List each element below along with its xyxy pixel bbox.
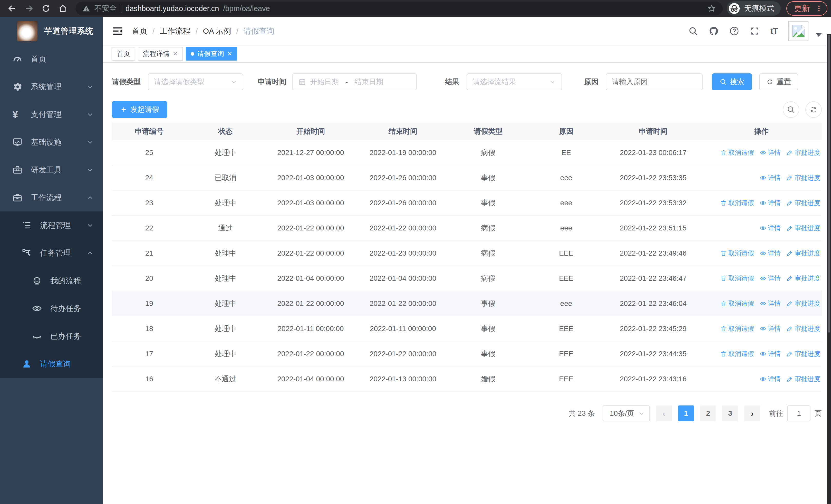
refresh-table-button[interactable] [805, 101, 822, 118]
browser-forward-button[interactable] [21, 1, 37, 16]
cancel-action-link[interactable]: 取消请假 [720, 199, 754, 207]
breadcrumb-item[interactable]: OA 示例 [203, 26, 231, 36]
progress-action-link[interactable]: 审批进度 [786, 274, 820, 283]
font-size-icon[interactable]: tT [770, 26, 778, 36]
cell-end: 2022-01-04 00:00:00 [357, 274, 449, 283]
page-scrollbar[interactable] [827, 34, 831, 504]
browser-update-button[interactable]: 更新 [786, 1, 827, 16]
detail-action-link[interactable]: 详情 [760, 224, 781, 232]
detail-action-link[interactable]: 详情 [760, 350, 781, 358]
page-button-2[interactable]: 2 [700, 406, 716, 421]
scrollbar-thumb[interactable] [828, 35, 830, 333]
reason-input[interactable] [606, 73, 703, 90]
apply-time-range-picker[interactable]: 开始日期 - 结束日期 [292, 73, 417, 90]
cancel-action-link[interactable]: 取消请假 [720, 350, 754, 358]
view-eye-icon [760, 225, 766, 232]
page-suffix: 页 [814, 409, 822, 418]
cancel-action-link[interactable]: 取消请假 [720, 324, 754, 333]
progress-action-link[interactable]: 审批进度 [786, 299, 820, 308]
page-content: 请假类型 请选择请假类型 申请时间 开始日期 - 结束日期 结果 请选择流结果 [103, 63, 831, 504]
reset-button[interactable]: 重置 [759, 73, 798, 90]
create-leave-button[interactable]: 发起请假 [112, 101, 167, 118]
progress-action-link[interactable]: 审批进度 [786, 174, 820, 182]
header-search-icon[interactable] [688, 26, 698, 36]
trash-icon [720, 250, 727, 257]
result-select[interactable]: 请选择流结果 [466, 73, 562, 90]
address-bar[interactable]: 不安全 dashboard.yudao.iocoder.cn/bpm/oa/le… [76, 2, 723, 16]
avatar[interactable] [789, 21, 808, 41]
sidebar-item-workflow[interactable]: 工作流程 [0, 184, 103, 211]
detail-action-link[interactable]: 详情 [760, 249, 781, 257]
page-size-select[interactable]: 10条/页 [603, 406, 650, 421]
leave-type-select[interactable]: 请选择请假类型 [148, 73, 243, 90]
security-warning-icon[interactable] [82, 4, 90, 12]
goto-page-input[interactable] [787, 406, 810, 421]
cancel-action-link[interactable]: 取消请假 [720, 274, 754, 283]
tab-流程详情[interactable]: 流程详情✕ [138, 47, 183, 61]
cell-actions: 详情审批进度 [701, 375, 822, 383]
page-button-1[interactable]: 1 [678, 406, 694, 421]
page-button-3[interactable]: 3 [722, 406, 738, 421]
sidebar-item-infrastructure[interactable]: 基础设施 [0, 128, 103, 156]
detail-action-link[interactable]: 详情 [760, 199, 781, 207]
browser-back-button[interactable] [4, 1, 21, 16]
breadcrumb-item[interactable]: 工作流程 [160, 26, 191, 36]
progress-action-link[interactable]: 审批进度 [786, 324, 820, 333]
cancel-action-link[interactable]: 取消请假 [720, 148, 754, 157]
tab-首页[interactable]: 首页 [112, 47, 135, 61]
sidebar-item-system-mgmt[interactable]: 系统管理 [0, 73, 103, 100]
detail-action-link[interactable]: 详情 [760, 148, 781, 157]
detail-action-link[interactable]: 详情 [760, 174, 781, 182]
cancel-action-link[interactable]: 取消请假 [720, 299, 754, 308]
progress-action-link[interactable]: 审批进度 [786, 224, 820, 232]
cell-id: 16 [112, 375, 186, 383]
cell-type: 病假 [449, 223, 527, 233]
view-eye-icon [760, 175, 766, 181]
app-logo-row[interactable]: 芋道管理系统 [0, 17, 103, 45]
search-button[interactable]: 搜索 [712, 73, 752, 90]
pen-icon [786, 376, 793, 382]
close-icon[interactable]: ✕ [173, 50, 178, 58]
pen-icon [786, 200, 793, 206]
bookmark-star-icon[interactable] [707, 4, 716, 13]
github-icon[interactable] [709, 26, 719, 36]
detail-action-link[interactable]: 详情 [760, 299, 781, 308]
fullscreen-icon[interactable] [750, 26, 760, 36]
next-page-button[interactable]: › [744, 406, 760, 421]
tab-请假查询[interactable]: 请假查询✕ [186, 47, 237, 61]
prev-page-button[interactable]: ‹ [656, 406, 672, 421]
progress-action-link[interactable]: 审批进度 [786, 199, 820, 207]
cell-status: 处理中 [186, 198, 264, 208]
sidebar-item-done-tasks[interactable]: 已办任务 [0, 322, 103, 350]
detail-action-link[interactable]: 详情 [760, 375, 781, 383]
sidebar-collapse-button[interactable] [112, 25, 123, 37]
close-icon[interactable]: ✕ [227, 50, 232, 58]
kebab-menu-icon[interactable] [815, 5, 823, 12]
browser-reload-button[interactable] [37, 1, 54, 16]
sidebar-item-payment-mgmt[interactable]: ¥支付管理 [0, 100, 103, 128]
home-icon [58, 4, 67, 13]
progress-action-link[interactable]: 审批进度 [786, 375, 820, 383]
sidebar-item-task-mgmt[interactable]: 任务管理 [0, 239, 103, 267]
sidebar-item-dev-tools[interactable]: 研发工具 [0, 156, 103, 184]
progress-action-link[interactable]: 审批进度 [786, 249, 820, 257]
help-icon[interactable] [729, 26, 739, 36]
detail-action-link[interactable]: 详情 [760, 324, 781, 333]
sidebar-item-my-process[interactable]: 我的流程 [0, 267, 103, 295]
cell-start: 2022-01-22 00:00:00 [265, 350, 357, 358]
progress-action-link[interactable]: 审批进度 [786, 350, 820, 358]
sidebar-item-process-mgmt[interactable]: 流程管理 [0, 211, 103, 239]
sidebar-item-todo-tasks[interactable]: 待办任务 [0, 295, 103, 322]
detail-action-link[interactable]: 详情 [760, 274, 781, 283]
progress-action-link[interactable]: 审批进度 [786, 148, 820, 157]
avatar-caret-icon[interactable] [815, 33, 822, 37]
sidebar-item-home[interactable]: 首页 [0, 45, 103, 73]
sidebar-item-leave-query[interactable]: 请假查询 [0, 350, 103, 378]
cell-type: 婚假 [449, 374, 527, 384]
browser-home-button[interactable] [54, 1, 71, 16]
cancel-action-link[interactable]: 取消请假 [720, 249, 754, 257]
breadcrumb-item[interactable]: 首页 [132, 26, 147, 36]
cell-end: 2022-01-22 00:00:00 [357, 299, 449, 308]
cell-end: 2022-01-11 00:00:00 [357, 325, 449, 333]
show-search-toggle-button[interactable] [783, 101, 799, 118]
